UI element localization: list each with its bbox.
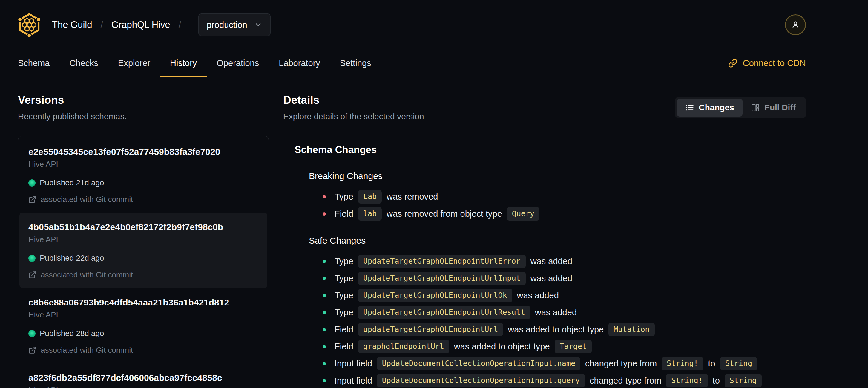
versions-panel: Versions Recently published schemas. e2e… <box>18 94 269 388</box>
changes-view-label: Changes <box>699 103 734 112</box>
version-hash: c8b6e88a06793b9c4dfd54aaa21b36a1b421d812 <box>28 297 258 307</box>
main-content: Versions Recently published schemas. e2e… <box>0 77 868 388</box>
target-select-value: production <box>207 20 247 30</box>
code-chip: lab <box>358 207 382 220</box>
change-bullet-icon <box>322 379 326 382</box>
version-list-item[interactable]: 4b05ab51b1b4a7e2e4b0ef82172f2b9f7ef98c0b… <box>20 212 267 288</box>
target-select[interactable]: production <box>198 13 270 36</box>
git-commit-link[interactable]: associated with Git commit <box>28 270 258 279</box>
tab-history[interactable]: History <box>160 49 207 77</box>
published-text: Published 28d ago <box>40 329 104 338</box>
schema-change-item: TypeUpdateTargetGraphQLEndpointUrlErrorw… <box>322 253 806 270</box>
change-bullet-icon <box>322 328 326 331</box>
change-text: was added <box>535 307 577 318</box>
external-link-icon <box>28 346 36 354</box>
chevron-down-icon <box>254 21 262 29</box>
link-icon <box>728 59 738 68</box>
change-text: was removed <box>386 192 438 202</box>
change-text: Type <box>335 273 353 283</box>
code-chip: Target <box>555 340 592 353</box>
change-text: Type <box>335 192 353 202</box>
change-text: was added <box>530 273 572 283</box>
change-bullet-icon <box>322 260 326 263</box>
git-commit-text: associated with Git commit <box>41 270 133 279</box>
schema-changes-title: Schema Changes <box>294 144 806 155</box>
change-section: Safe ChangesTypeUpdateTargetGraphQLEndpo… <box>294 236 806 388</box>
version-service-name: Hive API <box>28 160 258 169</box>
view-toggle: Changes Full Diff <box>675 97 806 118</box>
change-text: was added <box>530 257 572 266</box>
change-text: Field <box>335 209 353 219</box>
tab-operations[interactable]: Operations <box>207 49 269 77</box>
top-bar: The Guild / GraphQL Hive / production <box>0 0 868 50</box>
target-navbar: SchemaChecksExplorerHistoryOperationsLab… <box>0 50 868 77</box>
tab-schema[interactable]: Schema <box>8 49 59 77</box>
changes-view-button[interactable]: Changes <box>677 99 743 117</box>
version-service-name: Hive API <box>28 310 258 320</box>
code-chip: UpdateTargetGraphQLEndpointUrlResult <box>358 306 530 319</box>
columns-icon <box>751 103 760 112</box>
tab-explorer[interactable]: Explorer <box>108 49 160 77</box>
connect-to-cdn-label: Connect to CDN <box>743 58 806 68</box>
schema-change-item: TypeUpdateTargetGraphQLEndpointUrlInputw… <box>322 270 806 287</box>
breadcrumb-separator: / <box>179 20 181 30</box>
schema-change-item: FieldupdateTargetGraphQLEndpointUrlwas a… <box>322 321 806 338</box>
change-section-title: Breaking Changes <box>309 171 806 181</box>
change-text: was added <box>517 291 559 300</box>
published-text: Published 22d ago <box>40 253 104 263</box>
change-text: was added to object type <box>508 325 603 334</box>
version-list-item[interactable]: e2e55045345ce13fe07f52a77459b83fa3fe7020… <box>20 137 267 212</box>
breadcrumb-project[interactable]: GraphQL Hive <box>112 20 170 30</box>
change-text: Input field <box>335 359 372 368</box>
version-list-item[interactable]: a823f6db2a55df877dcf406006abca97fcc4858c… <box>20 363 267 388</box>
full-diff-view-label: Full Diff <box>765 103 796 112</box>
change-text: Field <box>335 325 353 334</box>
git-commit-text: associated with Git commit <box>41 195 133 204</box>
change-list: TypeLabwas removedFieldlabwas removed fr… <box>309 188 806 222</box>
connect-to-cdn-button[interactable]: Connect to CDN <box>728 58 806 68</box>
details-header: Details Explore details of the selected … <box>283 94 806 121</box>
tab-checks[interactable]: Checks <box>59 49 108 77</box>
change-text: Field <box>335 342 353 352</box>
code-chip: UpdateDocumentCollectionOperationInput.n… <box>377 357 580 370</box>
external-link-icon <box>28 271 36 279</box>
schema-changes-groups: Breaking ChangesTypeLabwas removedFieldl… <box>294 171 806 388</box>
hive-logo-icon[interactable] <box>17 12 42 37</box>
code-chip: UpdateTargetGraphQLEndpointUrlOk <box>358 289 512 302</box>
change-bullet-icon <box>322 212 326 215</box>
schema-change-item: Input fieldUpdateDocumentCollectionOpera… <box>322 372 806 388</box>
version-service-name: Hive API <box>28 386 258 388</box>
published-dot-icon <box>28 179 35 186</box>
breadcrumb: The Guild / GraphQL Hive / <box>52 20 189 30</box>
tab-settings[interactable]: Settings <box>330 49 381 77</box>
code-chip: String! <box>661 357 703 370</box>
git-commit-link[interactable]: associated with Git commit <box>28 195 258 204</box>
schema-change-item: Input fieldUpdateDocumentCollectionOpera… <box>322 355 806 372</box>
version-published-status: Published 22d ago <box>28 253 258 263</box>
schema-change-item: TypeUpdateTargetGraphQLEndpointUrlOkwas … <box>322 287 806 304</box>
nav-tabs: SchemaChecksExplorerHistoryOperationsLab… <box>8 49 381 77</box>
full-diff-view-button[interactable]: Full Diff <box>743 99 804 117</box>
code-chip: UpdateDocumentCollectionOperationInput.q… <box>377 374 585 387</box>
user-avatar[interactable] <box>785 14 806 35</box>
git-commit-link[interactable]: associated with Git commit <box>28 346 258 355</box>
version-hash: a823f6db2a55df877dcf406006abca97fcc4858c <box>28 373 258 383</box>
versions-title: Versions <box>18 94 269 107</box>
tab-laboratory[interactable]: Laboratory <box>269 49 330 77</box>
code-chip: updateTargetGraphQLEndpointUrl <box>358 323 503 336</box>
code-chip: UpdateTargetGraphQLEndpointUrlInput <box>358 272 526 285</box>
change-text: to <box>708 359 715 368</box>
change-bullet-icon <box>322 311 326 314</box>
breadcrumb-org[interactable]: The Guild <box>52 20 92 30</box>
details-subtitle: Explore details of the selected version <box>283 112 424 121</box>
published-text: Published 21d ago <box>40 178 104 187</box>
change-text: Input field <box>335 376 372 386</box>
git-commit-text: associated with Git commit <box>41 346 133 355</box>
versions-subtitle: Recently published schemas. <box>18 112 269 121</box>
list-icon <box>685 103 694 112</box>
code-chip: UpdateTargetGraphQLEndpointUrlError <box>358 255 526 268</box>
version-list-item[interactable]: c8b6e88a06793b9c4dfd54aaa21b36a1b421d812… <box>20 288 267 363</box>
details-title: Details <box>283 94 424 107</box>
breadcrumb-separator: / <box>100 20 103 30</box>
published-dot-icon <box>28 255 35 262</box>
